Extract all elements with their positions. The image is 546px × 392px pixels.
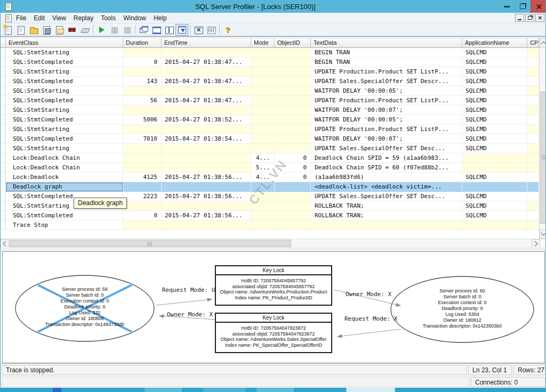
cell-dur[interactable]: 4125 [123,173,162,182]
cell-obj[interactable] [275,58,311,67]
cell-app[interactable]: SQLCMD [462,134,527,144]
table-row[interactable]: SQL:StmtCompleted1432015-04-27 01:38:47.… [1,77,539,86]
split-horizontal-button[interactable] [150,24,163,36]
vertical-scrollbar[interactable] [539,38,546,239]
cell-dur[interactable] [123,144,162,153]
column-header-textdata[interactable]: TextData [311,38,462,48]
cell-cp[interactable] [527,211,539,220]
menu-tools[interactable]: Tools [97,13,119,23]
cell-text[interactable]: WAITFOR DELAY '00:00:07'; [311,134,462,144]
cell-event[interactable]: SQL:StmtStarting [6,125,123,134]
cell-mode[interactable] [251,115,275,125]
cell-dur[interactable] [123,86,162,96]
cell-event[interactable]: Trace Stop [6,220,123,230]
cell-dur[interactable]: 5006 [123,115,162,125]
cell-text[interactable]: BEGIN TRAN [311,48,462,58]
cell-event[interactable]: SQL:StmtCompleted [6,77,123,86]
cell-text[interactable] [311,220,462,230]
child-window-icon[interactable] [4,14,12,22]
table-row[interactable]: SQL:StmtStartingWAITFOR DELAY '00:00:07'… [1,105,539,115]
cell-obj[interactable] [275,211,311,220]
table-row[interactable]: SQL:StmtCompleted70102015-04-27 01:38:54… [1,134,539,144]
cell-event[interactable]: SQL:StmtStarting [6,67,123,77]
scroll-down-arrow[interactable] [540,229,546,239]
table-row[interactable]: SQL:StmtStartingUPDATE Production.Produc… [1,67,539,77]
cell-end[interactable]: 2015-04-27 01:38:47... [162,58,251,67]
cell-end[interactable] [162,67,251,77]
cell-cp[interactable] [527,105,539,115]
help-button[interactable]: ? [221,24,234,36]
cell-cp[interactable] [527,173,539,182]
cell-dur[interactable]: 143 [123,77,162,86]
cell-app[interactable] [462,220,527,230]
cell-obj[interactable] [275,48,311,58]
menu-view[interactable]: View [49,13,70,23]
scroll-left-arrow[interactable] [1,239,9,248]
cell-text[interactable]: BEGIN TRAN [311,58,462,67]
cell-text[interactable]: UPDATE Sales.SpecialOffer SET Desc... [311,144,462,153]
cell-app[interactable] [462,153,527,163]
cell-app[interactable]: SQLCMD [462,48,527,58]
column-header-applicationname[interactable]: ApplicationName [462,38,527,48]
cell-cp[interactable] [527,220,539,230]
cell-dur[interactable] [123,163,162,173]
cell-app[interactable]: SQLCMD [462,201,527,211]
horizontal-scroll-thumb[interactable] [10,240,291,247]
mdi-close-button[interactable] [535,14,544,22]
cell-app[interactable]: SQLCMD [462,173,527,182]
cell-text[interactable]: UPDATE Sales.SpecialOffer SET Desc... [311,192,462,201]
row-selector[interactable] [1,86,6,96]
cell-app[interactable]: SQLCMD [462,125,527,134]
cell-mode[interactable] [251,86,275,96]
clear-trace-window-button[interactable] [78,24,91,36]
stop-trace-button[interactable] [121,24,133,36]
table-row[interactable]: SQL:StmtStartingWAITFOR DELAY '00:00:05'… [1,86,539,96]
cell-obj[interactable] [275,77,311,86]
cell-event[interactable]: SQL:StmtCompleted [6,211,123,220]
cell-event[interactable]: SQL:StmtStarting [6,86,123,96]
cell-end[interactable]: 2015-04-27 01:38:47... [162,96,251,105]
menu-window[interactable]: Window [119,13,150,23]
cell-app[interactable]: SQLCMD [462,211,527,220]
cell-app[interactable] [462,163,527,173]
cell-cp[interactable] [527,192,539,201]
cell-event[interactable]: SQL:StmtCompleted [6,96,123,105]
cell-dur[interactable] [123,67,162,77]
column-header-eventclass[interactable]: EventClass [6,38,123,48]
row-selector[interactable] [1,153,6,163]
cell-cp[interactable] [527,134,539,144]
cell-obj[interactable] [275,134,311,144]
row-selector[interactable] [1,134,6,144]
cell-obj[interactable] [275,67,311,77]
cell-text[interactable]: UPDATE Production.Product SET ListP... [311,125,462,134]
column-header-endtime[interactable]: EndTime [162,38,251,48]
cell-dur[interactable] [123,182,162,192]
cell-obj[interactable] [275,96,311,105]
cell-dur[interactable] [123,125,162,134]
cell-end[interactable] [162,220,251,230]
column-header-mode[interactable]: Mode [251,38,275,48]
cell-end[interactable] [162,163,251,173]
cell-cp[interactable] [527,86,539,96]
cell-cp[interactable] [527,48,539,58]
menu-edit[interactable]: Edit [30,13,49,23]
cell-end[interactable] [162,153,251,163]
table-row[interactable]: SQL:StmtCompleted562015-04-27 01:38:47..… [1,96,539,105]
column-header-objectid[interactable]: ObjectID [275,38,311,48]
table-row[interactable]: SQL:StmtStartingUPDATE Production.Produc… [1,125,539,134]
cell-end[interactable] [162,105,251,115]
mdi-minimize-button[interactable] [515,14,524,22]
cell-mode[interactable] [251,144,275,153]
start-trace-button[interactable] [95,24,108,36]
cell-event[interactable]: Lock:Deadlock Chain [6,163,123,173]
open-trace-button[interactable] [27,24,40,36]
cell-end[interactable] [162,201,251,211]
cell-dur[interactable] [123,105,162,115]
cell-app[interactable]: SQLCMD [462,77,527,86]
cell-cp[interactable] [527,182,539,192]
cell-text[interactable]: WAITFOR DELAY '00:00:05'; [311,86,462,96]
row-selector[interactable] [1,48,6,58]
taskbar-active-item[interactable] [346,388,395,392]
cell-cp[interactable] [527,96,539,105]
cell-event[interactable]: Lock:Deadlock [6,173,123,182]
